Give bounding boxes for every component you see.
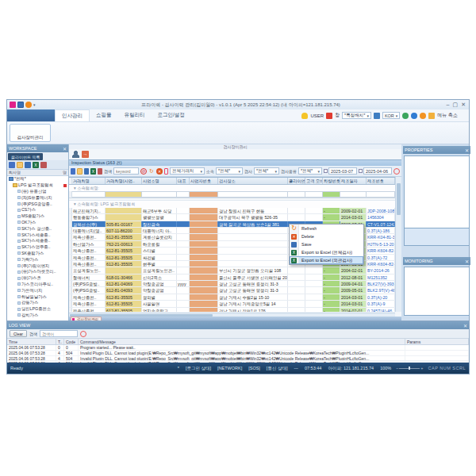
properties-close-icon[interactable]: ✕: [465, 148, 469, 153]
print-icon[interactable]: [98, 168, 102, 175]
log-view-close-icon[interactable]: ✕: [463, 323, 467, 328]
tree-item[interactable]: SK가스세종충..: [7, 238, 68, 244]
table-row[interactable]: 표성계될노인..표성계될노인건..부산시 기장군 정안읍 오리길 108-200…: [69, 267, 395, 274]
column-header-c5[interactable]: 사업자번호: [190, 178, 218, 184]
refresh-quick-icon[interactable]: [25, 102, 32, 108]
date-to-picker[interactable]: 2025-04-06: [359, 167, 392, 175]
clear-button[interactable]: Clear: [10, 330, 27, 337]
folder-open-icon[interactable]: [17, 162, 23, 168]
tree-item[interactable]: 강치가스: [7, 313, 68, 319]
tree-item[interactable]: (유) 유풍산업: [7, 189, 68, 195]
close-button[interactable]: ✕: [461, 102, 466, 108]
filter-row[interactable]: [69, 191, 395, 198]
monitoring-close-icon[interactable]: ✕: [465, 259, 469, 264]
column-header-c9[interactable]: 차량번호: [323, 178, 340, 184]
save-icon[interactable]: [25, 162, 31, 168]
date-to-checkbox[interactable]: [359, 169, 363, 173]
context-menu-item[interactable]: XExport to Excel (전체검사): [290, 248, 363, 256]
save-icon[interactable]: [84, 168, 89, 175]
exit-icon[interactable]: →: [82, 151, 89, 158]
ribbon-tab-인사관리[interactable]: 인사관리: [55, 109, 90, 121]
layout-select[interactable]: *특정배치*▾: [342, 112, 371, 119]
log-filter-icon[interactable]: [80, 331, 86, 337]
table-row[interactable]: 행둥종합가스팽팽보정팽대구광역시 북구 팽팽동 526-35-2014-03-0…: [69, 214, 395, 221]
column-header-c1[interactable]: 거래처명: [72, 178, 106, 184]
log-column-Params[interactable]: Params: [405, 339, 469, 344]
context-menu-item[interactable]: Save: [290, 240, 363, 248]
workspace-close-icon[interactable]: ✕: [63, 146, 67, 152]
dept-select[interactable]: *전체*▾: [216, 167, 243, 175]
excel-icon[interactable]: X: [90, 168, 95, 175]
client-list-tab[interactable]: 클라이언트 목록: [8, 153, 43, 160]
grid-vertical-scrollbar[interactable]: [395, 177, 401, 312]
tree-item[interactable]: (주)PSG중앙충..: [7, 201, 68, 207]
report-icon[interactable]: [71, 168, 75, 175]
column-header-c11[interactable]: 제조번호: [367, 178, 395, 184]
tree-item[interactable]: 가스코리아주식..: [7, 282, 68, 288]
table-row[interactable]: 청애녀치618-01-30466신의2육소울산시 울주군 서생면 신리해안길 2…: [69, 274, 395, 281]
maximize-button[interactable]: ▢: [453, 102, 459, 108]
ribbon-tab-유틸리티[interactable]: 유틸리티: [118, 109, 152, 121]
gear-icon[interactable]: [420, 113, 426, 119]
tree-item[interactable]: SK종합가스: [7, 251, 68, 257]
table-row[interactable]: (주)PSG중방..612-81-04093악창중공업경남 고성군 동해면 봉정…: [69, 287, 395, 294]
inspection-equipment-button[interactable]: 검사장비관리: [10, 124, 51, 142]
column-header-c10[interactable]: 제조일자: [340, 178, 367, 184]
log-row[interactable]: 2025.04.06 07:53:284504Invalid Plugin DL…: [7, 356, 469, 362]
tree-item[interactable]: CS가스: [7, 207, 68, 213]
date-from-picker[interactable]: 2025-03-07: [324, 167, 357, 175]
table-row[interactable]: 제촉산충전..612-81-35505엄지손중학교경남 거제시 장평1로 176…: [69, 308, 395, 312]
tree-item[interactable]: (자)S유롤에너지: [7, 194, 68, 201]
tree-item[interactable]: 감동가스: [7, 300, 68, 306]
tree-item[interactable]: 가온에너지: [7, 287, 68, 294]
folder-open-icon[interactable]: [77, 168, 83, 175]
query-icon[interactable]: [393, 168, 400, 175]
tree-item[interactable]: SK가스세종충..: [7, 232, 68, 238]
ribbon-tab-쇼핑몰[interactable]: 쇼핑몰: [90, 109, 118, 121]
application-button[interactable]: [7, 109, 55, 121]
log-column-Time[interactable]: Time: [7, 339, 56, 344]
context-menu-item[interactable]: ✕Delete: [290, 232, 363, 240]
tree-item[interactable]: MS종합가스: [7, 213, 68, 220]
language-select[interactable]: KOR▾: [382, 112, 400, 119]
tree-item[interactable]: 가락가스: [7, 256, 68, 263]
refresh-icon[interactable]: ↻: [148, 168, 155, 175]
stop-icon[interactable]: ⊘: [140, 168, 147, 175]
log-row[interactable]: 2025.04.06 07:53:284504Invalid Plugin DL…: [7, 351, 469, 356]
column-header-c7[interactable]: 클라이언..: [288, 178, 305, 184]
client-filter-select[interactable]: 전체거래처▾: [170, 167, 205, 175]
log-search-input[interactable]: [40, 330, 78, 337]
column-header-c6[interactable]: 검사장소: [218, 178, 288, 184]
collapse-menu-label[interactable]: 메뉴 축소: [437, 112, 458, 119]
tree-item[interactable]: (유)가스촌: [7, 275, 68, 282]
person-icon[interactable]: [72, 151, 79, 158]
log-column-T..[interactable]: T..: [56, 339, 64, 344]
tree-item[interactable]: (유)가스마켓코리..: [7, 269, 68, 275]
tree-item[interactable]: LPG 벌크조합협회: [7, 182, 68, 189]
globe-icon[interactable]: [402, 113, 409, 119]
tree-item[interactable]: *전체*: [7, 176, 68, 182]
table-row[interactable]: 제촉산충전..612-81-35505사물일면경남 거제시 거제중앙로5길 14…: [69, 301, 395, 307]
tree-item[interactable]: 하날뜰날가스: [7, 294, 68, 300]
inspection-select[interactable]: *전체*▾: [254, 167, 279, 175]
tree-item[interactable]: OK가스: [7, 220, 68, 226]
table-row[interactable]: 해군진해기지..해군6부두 식당경남 창원시 진해구 현동-2009-02-01…: [69, 208, 395, 214]
excel-icon[interactable]: X: [33, 162, 39, 168]
column-header-c4[interactable]: 대표: [177, 178, 190, 184]
tree-item[interactable]: SK가스엄주충..: [7, 244, 68, 251]
log-column-Code[interactable]: Code: [64, 339, 79, 344]
save-quick-icon[interactable]: [17, 102, 24, 108]
tree-item[interactable]: SK가스 경산충..: [7, 225, 68, 232]
clear-icon[interactable]: ✕: [156, 168, 163, 175]
column-header-c8[interactable]: 고객 모바일: [305, 178, 323, 184]
column-header-c2[interactable]: 거래처명(사업..: [106, 178, 142, 184]
report-icon[interactable]: [9, 162, 15, 168]
column-header-c3[interactable]: 사업소명: [142, 178, 177, 184]
log-column-Command/Message[interactable]: Command/Message: [79, 339, 405, 344]
info-icon[interactable]: [411, 113, 417, 119]
inspection-type-select[interactable]: *전체*▾: [298, 167, 322, 175]
collapse-menu-icon[interactable]: [428, 113, 435, 119]
print-icon[interactable]: [40, 162, 47, 168]
keyword-input[interactable]: [113, 167, 139, 175]
log-row[interactable]: 2025.04.06 07:53:2800Program started... …: [7, 345, 469, 351]
